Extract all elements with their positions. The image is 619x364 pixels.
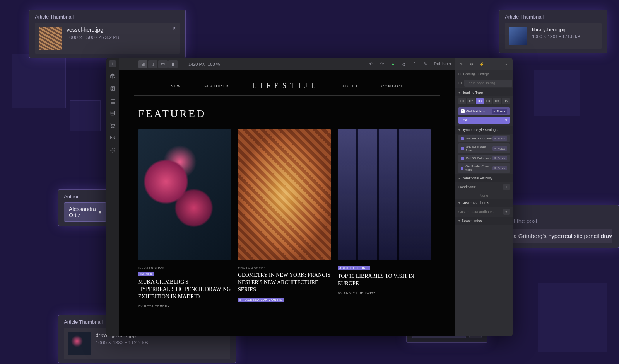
article-cards: ILLUSTRATION H3 Title ⊕ MUKA GRIMBERG'S … <box>119 129 455 308</box>
gear-icon[interactable]: ⚙ <box>469 62 475 66</box>
heading-level-h1[interactable]: H1 <box>458 98 466 104</box>
card-category: PHOTOGRAPHY <box>238 266 331 269</box>
site-logo[interactable]: LIFESTIJL <box>252 82 319 90</box>
design-canvas[interactable]: NEW FEATURED LIFESTIJL ABOUT CONTACT FEA… <box>119 70 455 336</box>
redo-icon[interactable]: ↷ <box>378 60 386 68</box>
card-title[interactable]: MUKA GRIMBERG'S HYPERREALISTIC PENCIL DR… <box>138 279 231 301</box>
heading-level-h5[interactable]: H5 <box>493 98 501 104</box>
assets-icon[interactable] <box>109 134 116 141</box>
popup-label: Article Thumbnail <box>35 14 180 20</box>
section-heading-type[interactable]: Heading Type <box>455 88 513 96</box>
card-byline: BY ANNIE LUEILWITZ <box>338 291 431 295</box>
custom-attrs-label: Custom data attributes: <box>458 210 494 214</box>
inspector-tabs: ✎ ⚙ ⚡ « <box>455 58 513 70</box>
article-card[interactable]: ILLUSTRATION H3 Title ⊕ MUKA GRIMBERG'S … <box>138 129 231 308</box>
card-title: GEOMETRY IN NEW YORK: FRANCIS KESLER'S N… <box>238 272 331 294</box>
card-category: ILLUSTRATION <box>138 266 231 269</box>
device-tablet-landscape-icon[interactable]: ▭ <box>158 60 168 68</box>
id-label: ID <box>458 81 462 85</box>
inspector-panel: ✎ ⚙ ⚡ « H3 Heading 3 Settings ID Heading… <box>455 58 513 336</box>
database-icon[interactable] <box>109 110 116 117</box>
audit-icon[interactable]: ✎ <box>422 60 429 68</box>
author-dropdown[interactable]: Alessandra Ortiz ▾ <box>64 202 106 222</box>
section-conditional-visibility[interactable]: Conditional Visibility <box>455 174 513 182</box>
svg-point-5 <box>112 150 113 151</box>
interactions-icon[interactable]: ⚡ <box>479 62 485 66</box>
cart-icon[interactable] <box>109 122 116 129</box>
editor-window: + ▤ 🖥 ▯ ▭ ▮ 1420 PX <box>106 58 513 336</box>
popup-label: Article Thumbnail <box>505 14 602 20</box>
nav-new[interactable]: NEW <box>171 84 181 88</box>
title-label: Title <box>498 210 612 217</box>
settings-icon[interactable] <box>109 147 116 154</box>
pages-icon[interactable] <box>109 85 116 92</box>
nav-featured[interactable]: FEATURED <box>204 84 229 88</box>
article-thumbnail-popup-1: Article Thumbnail vessel-hero.jpg 1000 ×… <box>29 10 186 58</box>
thumbnail-filename: vessel-hero.jpg <box>67 27 119 33</box>
card-image <box>338 129 431 260</box>
section-dynamic-styles[interactable]: Dynamic Style Settings <box>455 126 513 134</box>
conditions-none: None <box>455 192 513 199</box>
heading-level-h6[interactable]: H6 <box>502 98 510 104</box>
collapse-icon[interactable]: « <box>503 62 510 66</box>
device-tablet-icon[interactable]: ▯ <box>148 60 157 68</box>
thumbnail-dimensions: 1000 × 1500 • 473.2 kB <box>67 34 119 40</box>
section-custom-attributes[interactable]: Custom Attributes <box>455 199 513 207</box>
dynamic-style-row[interactable]: Get BG Image fromPosts <box>458 143 510 153</box>
source-posts[interactable]: Posts <box>492 109 507 114</box>
heading-level-h4[interactable]: H4 <box>484 98 492 104</box>
device-desktop-icon[interactable]: 🖥 <box>138 60 147 68</box>
chevron-down-icon: ▾ <box>505 118 507 122</box>
site-navbar: NEW FEATURED LIFESTIJL ABOUT CONTACT <box>134 70 440 96</box>
canvas-width: 1420 PX <box>188 62 205 66</box>
code-icon[interactable]: {} <box>400 60 408 68</box>
id-input[interactable] <box>464 80 512 87</box>
svg-point-1 <box>111 111 114 112</box>
card-title: TOP 10 LIBRARIES TO VISIT IN EUROPE <box>338 273 431 287</box>
card-category: ARCHITECTURE <box>338 266 370 270</box>
conditions-label: Conditions: <box>458 185 476 189</box>
dynamic-style-row[interactable]: Get Border Color fromPosts <box>458 163 510 173</box>
device-mobile-icon[interactable]: ▮ <box>168 60 178 68</box>
section-search-index[interactable]: Search index <box>455 217 513 225</box>
nav-contact[interactable]: CONTACT <box>381 84 404 88</box>
title-value: Muka Grimberg's hyperrealistic pencil dr… <box>498 229 612 243</box>
add-element-icon[interactable]: + <box>109 60 116 67</box>
get-text-from-row[interactable]: Get text from: Posts <box>458 107 510 115</box>
title-sublabel: Title of the post <box>498 218 612 224</box>
author-value: Alessandra Ortiz <box>69 206 99 218</box>
article-card[interactable]: PHOTOGRAPHY GEOMETRY IN NEW YORK: FRANCI… <box>238 129 331 308</box>
undo-icon[interactable]: ↶ <box>368 60 375 68</box>
layers-icon[interactable]: ▤ <box>109 97 116 104</box>
article-thumbnail-popup-2: Article Thumbnail library-hero.jpg 1000 … <box>499 10 607 53</box>
chevron-down-icon: ▾ <box>99 209 101 215</box>
editor-topbar: 🖥 ▯ ▭ ▮ 1420 PX 100 % ↶ ↷ ● {} ⇪ ✎ Publi… <box>119 58 455 70</box>
dynamic-style-row[interactable]: Get Text Color fromPosts <box>458 135 510 142</box>
nav-about[interactable]: ABOUT <box>342 84 358 88</box>
binding-indicator[interactable]: H3 Title ⊕ <box>138 272 154 276</box>
thumbnail-filename: library-hero.jpg <box>532 27 580 32</box>
canvas-zoom: 100 % <box>208 62 220 66</box>
thumbnail-dimensions: 1000 × 1382 • 112.2 kB <box>96 340 148 345</box>
svg-point-3 <box>113 127 114 128</box>
export-icon[interactable]: ⇪ <box>411 60 419 68</box>
heading-level-h2[interactable]: H2 <box>467 98 475 104</box>
publish-button[interactable]: Publish ▾ <box>434 61 451 66</box>
add-condition-button[interactable]: + <box>503 184 510 190</box>
heading-level-h3[interactable]: H3 <box>476 98 484 104</box>
card-byline: BY RETA TORPHY <box>138 304 231 308</box>
field-select[interactable]: Title ▾ <box>458 117 510 124</box>
thumbnail-dimensions: 1000 × 1301 • 171.5 kB <box>532 34 580 39</box>
article-card[interactable]: ARCHITECTURE TOP 10 LIBRARIES TO VISIT I… <box>338 129 431 308</box>
add-attribute-button[interactable]: + <box>503 209 510 215</box>
svg-point-2 <box>111 127 112 128</box>
heading-level-group: H1H2H3H4H5H6 <box>455 96 513 106</box>
dynamic-style-row[interactable]: Get BG Color fromPosts <box>458 155 510 162</box>
brush-icon[interactable]: ✎ <box>458 62 465 66</box>
cube-icon[interactable] <box>109 73 116 80</box>
element-breadcrumb: H3 Heading 3 Settings <box>455 70 513 78</box>
external-link-icon[interactable]: ⇱ <box>173 26 177 31</box>
thumbnail-image <box>509 27 527 45</box>
featured-heading[interactable]: FEATURED <box>138 107 455 120</box>
thumbnail-image <box>39 27 62 50</box>
